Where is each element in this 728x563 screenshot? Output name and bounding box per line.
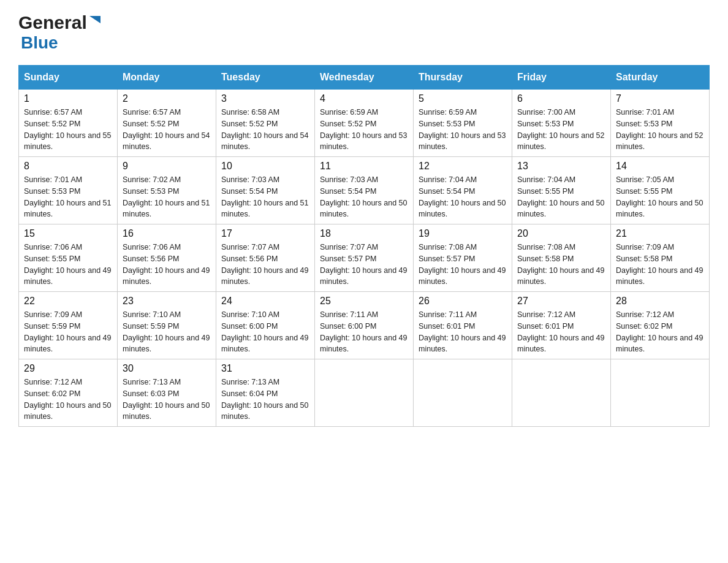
day-number: 13 — [517, 161, 605, 172]
day-number: 26 — [419, 296, 507, 307]
day-number: 18 — [320, 228, 408, 239]
calendar-cell: 16Sunrise: 7:06 AMSunset: 5:56 PMDayligh… — [118, 224, 216, 292]
header-row: Sunday Monday Tuesday Wednesday Thursday… — [19, 66, 710, 90]
day-info: Sunrise: 7:07 AMSunset: 5:56 PMDaylight:… — [221, 242, 309, 288]
calendar-week-1: 1Sunrise: 6:57 AMSunset: 5:52 PMDaylight… — [19, 90, 710, 157]
day-info: Sunrise: 6:57 AMSunset: 5:52 PMDaylight:… — [24, 107, 112, 153]
day-number: 20 — [517, 228, 605, 239]
calendar-cell: 18Sunrise: 7:07 AMSunset: 5:57 PMDayligh… — [315, 224, 414, 292]
day-number: 16 — [123, 228, 211, 239]
calendar-cell: 12Sunrise: 7:04 AMSunset: 5:54 PMDayligh… — [414, 157, 512, 224]
calendar-table: Sunday Monday Tuesday Wednesday Thursday… — [18, 65, 710, 427]
logo-arrow-icon — [88, 13, 102, 29]
day-info: Sunrise: 7:08 AMSunset: 5:58 PMDaylight:… — [517, 242, 605, 288]
day-number: 25 — [320, 296, 408, 307]
day-info: Sunrise: 7:10 AMSunset: 5:59 PMDaylight:… — [123, 309, 211, 355]
day-info: Sunrise: 7:11 AMSunset: 6:01 PMDaylight:… — [419, 309, 507, 355]
day-number: 9 — [123, 161, 211, 172]
calendar-cell: 15Sunrise: 7:06 AMSunset: 5:55 PMDayligh… — [19, 224, 118, 292]
calendar-cell — [512, 359, 611, 427]
calendar-cell: 9Sunrise: 7:02 AMSunset: 5:53 PMDaylight… — [118, 157, 216, 224]
day-info: Sunrise: 7:11 AMSunset: 6:00 PMDaylight:… — [320, 309, 408, 355]
day-number: 24 — [221, 296, 309, 307]
day-number: 31 — [221, 363, 309, 374]
svg-marker-0 — [89, 16, 100, 23]
calendar-cell: 27Sunrise: 7:12 AMSunset: 6:01 PMDayligh… — [512, 292, 611, 359]
col-sunday: Sunday — [19, 66, 118, 90]
calendar-cell: 21Sunrise: 7:09 AMSunset: 5:58 PMDayligh… — [611, 224, 710, 292]
day-info: Sunrise: 7:12 AMSunset: 6:02 PMDaylight:… — [24, 377, 112, 423]
day-info: Sunrise: 7:04 AMSunset: 5:54 PMDaylight:… — [419, 174, 507, 220]
day-number: 10 — [221, 161, 309, 172]
day-info: Sunrise: 7:12 AMSunset: 6:02 PMDaylight:… — [616, 309, 704, 355]
calendar-cell: 19Sunrise: 7:08 AMSunset: 5:57 PMDayligh… — [414, 224, 512, 292]
day-info: Sunrise: 7:09 AMSunset: 5:59 PMDaylight:… — [24, 309, 112, 355]
day-number: 19 — [419, 228, 507, 239]
day-info: Sunrise: 7:13 AMSunset: 6:04 PMDaylight:… — [221, 377, 309, 423]
day-number: 6 — [517, 93, 605, 104]
page-header: General Blue — [18, 12, 710, 53]
calendar-week-5: 29Sunrise: 7:12 AMSunset: 6:02 PMDayligh… — [19, 359, 710, 427]
day-number: 30 — [123, 363, 211, 374]
calendar-cell: 7Sunrise: 7:01 AMSunset: 5:53 PMDaylight… — [611, 90, 710, 157]
calendar-cell: 1Sunrise: 6:57 AMSunset: 5:52 PMDaylight… — [19, 90, 118, 157]
calendar-week-2: 8Sunrise: 7:01 AMSunset: 5:53 PMDaylight… — [19, 157, 710, 224]
calendar-cell: 4Sunrise: 6:59 AMSunset: 5:52 PMDaylight… — [315, 90, 414, 157]
calendar-cell — [414, 359, 512, 427]
day-info: Sunrise: 7:09 AMSunset: 5:58 PMDaylight:… — [616, 242, 704, 288]
col-thursday: Thursday — [414, 66, 512, 90]
day-number: 14 — [616, 161, 704, 172]
day-number: 27 — [517, 296, 605, 307]
day-info: Sunrise: 7:13 AMSunset: 6:03 PMDaylight:… — [123, 377, 211, 423]
day-number: 23 — [123, 296, 211, 307]
calendar-cell: 2Sunrise: 6:57 AMSunset: 5:52 PMDaylight… — [118, 90, 216, 157]
calendar-cell: 14Sunrise: 7:05 AMSunset: 5:55 PMDayligh… — [611, 157, 710, 224]
day-number: 7 — [616, 93, 704, 104]
day-number: 1 — [24, 93, 112, 104]
day-number: 21 — [616, 228, 704, 239]
day-info: Sunrise: 7:06 AMSunset: 5:56 PMDaylight:… — [123, 242, 211, 288]
day-info: Sunrise: 7:01 AMSunset: 5:53 PMDaylight:… — [24, 174, 112, 220]
day-number: 12 — [419, 161, 507, 172]
day-info: Sunrise: 7:07 AMSunset: 5:57 PMDaylight:… — [320, 242, 408, 288]
calendar-cell: 29Sunrise: 7:12 AMSunset: 6:02 PMDayligh… — [19, 359, 118, 427]
col-monday: Monday — [118, 66, 216, 90]
calendar-cell: 13Sunrise: 7:04 AMSunset: 5:55 PMDayligh… — [512, 157, 611, 224]
calendar-cell: 26Sunrise: 7:11 AMSunset: 6:01 PMDayligh… — [414, 292, 512, 359]
day-info: Sunrise: 7:03 AMSunset: 5:54 PMDaylight:… — [221, 174, 309, 220]
day-info: Sunrise: 7:06 AMSunset: 5:55 PMDaylight:… — [24, 242, 112, 288]
calendar-cell: 31Sunrise: 7:13 AMSunset: 6:04 PMDayligh… — [216, 359, 315, 427]
calendar-cell: 5Sunrise: 6:59 AMSunset: 5:53 PMDaylight… — [414, 90, 512, 157]
day-info: Sunrise: 7:00 AMSunset: 5:53 PMDaylight:… — [517, 107, 605, 153]
calendar-week-4: 22Sunrise: 7:09 AMSunset: 5:59 PMDayligh… — [19, 292, 710, 359]
day-number: 17 — [221, 228, 309, 239]
calendar-cell: 17Sunrise: 7:07 AMSunset: 5:56 PMDayligh… — [216, 224, 315, 292]
day-number: 3 — [221, 93, 309, 104]
calendar-cell: 28Sunrise: 7:12 AMSunset: 6:02 PMDayligh… — [611, 292, 710, 359]
day-info: Sunrise: 7:02 AMSunset: 5:53 PMDaylight:… — [123, 174, 211, 220]
logo-blue-text: Blue — [21, 33, 58, 52]
day-info: Sunrise: 7:12 AMSunset: 6:01 PMDaylight:… — [517, 309, 605, 355]
day-number: 2 — [123, 93, 211, 104]
day-number: 29 — [24, 363, 112, 374]
col-wednesday: Wednesday — [315, 66, 414, 90]
day-info: Sunrise: 6:59 AMSunset: 5:53 PMDaylight:… — [419, 107, 507, 153]
col-saturday: Saturday — [611, 66, 710, 90]
calendar-body: 1Sunrise: 6:57 AMSunset: 5:52 PMDaylight… — [19, 90, 710, 427]
calendar-cell: 25Sunrise: 7:11 AMSunset: 6:00 PMDayligh… — [315, 292, 414, 359]
calendar-cell: 30Sunrise: 7:13 AMSunset: 6:03 PMDayligh… — [118, 359, 216, 427]
calendar-cell — [611, 359, 710, 427]
day-number: 28 — [616, 296, 704, 307]
calendar-cell: 20Sunrise: 7:08 AMSunset: 5:58 PMDayligh… — [512, 224, 611, 292]
day-number: 22 — [24, 296, 112, 307]
calendar-cell: 10Sunrise: 7:03 AMSunset: 5:54 PMDayligh… — [216, 157, 315, 224]
calendar-cell: 11Sunrise: 7:03 AMSunset: 5:54 PMDayligh… — [315, 157, 414, 224]
day-info: Sunrise: 7:04 AMSunset: 5:55 PMDaylight:… — [517, 174, 605, 220]
day-info: Sunrise: 7:01 AMSunset: 5:53 PMDaylight:… — [616, 107, 704, 153]
day-info: Sunrise: 6:58 AMSunset: 5:52 PMDaylight:… — [221, 107, 309, 153]
day-info: Sunrise: 7:10 AMSunset: 6:00 PMDaylight:… — [221, 309, 309, 355]
calendar-cell: 8Sunrise: 7:01 AMSunset: 5:53 PMDaylight… — [19, 157, 118, 224]
logo-general-text: General — [18, 12, 87, 33]
day-number: 5 — [419, 93, 507, 104]
calendar-week-3: 15Sunrise: 7:06 AMSunset: 5:55 PMDayligh… — [19, 224, 710, 292]
